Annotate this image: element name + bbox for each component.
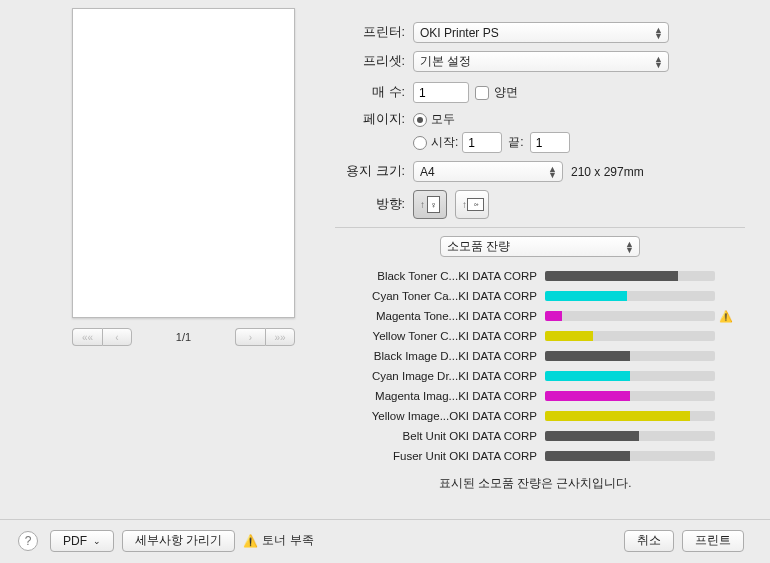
pages-range-radio[interactable] [413, 136, 427, 150]
arrow-up-icon: ↑ [420, 199, 425, 210]
supply-label: Yellow Image...OKI DATA CORP [335, 410, 545, 422]
separator [335, 227, 745, 228]
low-toner-label: 토너 부족 [262, 532, 313, 549]
help-button[interactable]: ? [18, 531, 38, 551]
supply-bar [545, 271, 715, 281]
pages-label: 페이지: [335, 111, 405, 128]
supply-label: Magenta Imag...KI DATA CORP [335, 390, 545, 402]
updown-icon: ▲▼ [548, 166, 556, 178]
person-portrait-icon: ♀ [427, 196, 440, 213]
updown-icon: ▲▼ [654, 27, 662, 39]
orient-label: 방향: [335, 196, 405, 213]
supply-row: Black Toner C...KI DATA CORP [335, 266, 735, 286]
supply-bar [545, 411, 715, 421]
panel-section-select[interactable]: 소모품 잔량 ▲▼ [440, 236, 640, 257]
hide-details-button[interactable]: 세부사항 가리기 [122, 530, 235, 552]
orientation-portrait-button[interactable]: ↑ ♀ [413, 190, 447, 219]
preview-pager: «« ‹ 1/1 › »» [72, 328, 295, 346]
supply-row: Cyan Image Dr...KI DATA CORP [335, 366, 735, 386]
preset-select[interactable]: 기본 설정 ▲▼ [413, 51, 669, 72]
dialog-footer: ? PDF ⌄ 세부사항 가리기 ⚠️ 토너 부족 취소 프린트 [0, 519, 770, 551]
supply-bar [545, 431, 715, 441]
preset-select-value: 기본 설정 [420, 53, 471, 70]
supply-row: Magenta Tone...KI DATA CORP⚠️ [335, 306, 735, 326]
supply-label: Black Toner C...KI DATA CORP [335, 270, 545, 282]
last-page-button[interactable]: »» [265, 328, 295, 346]
supply-label: Cyan Image Dr...KI DATA CORP [335, 370, 545, 382]
chevron-down-icon: ⌄ [93, 536, 101, 546]
supply-row: Fuser Unit OKI DATA CORP [335, 446, 735, 466]
updown-icon: ▲▼ [654, 56, 662, 68]
warning-icon: ⚠️ [243, 534, 258, 548]
orientation-landscape-button[interactable]: ↑ ♀ [455, 190, 489, 219]
supply-row: Yellow Image...OKI DATA CORP [335, 406, 735, 426]
supply-label: Belt Unit OKI DATA CORP [335, 430, 545, 442]
supply-row: Magenta Imag...KI DATA CORP [335, 386, 735, 406]
person-landscape-icon: ♀ [467, 198, 484, 211]
pages-all-label: 모두 [431, 111, 455, 128]
pages-from-label: 시작: [431, 134, 458, 151]
supply-bar [545, 391, 715, 401]
prev-page-button[interactable]: ‹ [102, 328, 132, 346]
preset-label: 프리셋: [335, 53, 405, 70]
supply-row: Yellow Toner C...KI DATA CORP [335, 326, 735, 346]
next-page-button[interactable]: › [235, 328, 265, 346]
twosided-label: 양면 [494, 84, 518, 101]
supply-bar [545, 331, 715, 341]
paper-size-value: A4 [420, 165, 435, 179]
pdf-label: PDF [63, 534, 87, 548]
paper-dimensions: 210 x 297mm [571, 165, 644, 179]
paper-size-select[interactable]: A4 ▲▼ [413, 161, 563, 182]
supply-label: Yellow Toner C...KI DATA CORP [335, 330, 545, 342]
print-dialog: «« ‹ 1/1 › »» 프린터: OKI Printer PS ▲▼ 프리셋… [0, 0, 770, 563]
supply-row: Cyan Toner Ca...KI DATA CORP [335, 286, 735, 306]
copies-input[interactable] [413, 82, 469, 103]
supply-bar [545, 311, 715, 321]
updown-icon: ▲▼ [625, 241, 633, 253]
pages-to-label: 끝: [508, 134, 523, 151]
pages-to-input[interactable] [530, 132, 570, 153]
print-preview [72, 8, 295, 318]
cancel-button[interactable]: 취소 [624, 530, 674, 552]
supplies-note: 표시된 소모품 잔량은 근사치입니다. [335, 476, 735, 491]
supply-bar [545, 371, 715, 381]
printer-label: 프린터: [335, 24, 405, 41]
supply-label: Magenta Tone...KI DATA CORP [335, 310, 545, 322]
warning-icon: ⚠️ [719, 310, 733, 323]
pages-all-radio[interactable] [413, 113, 427, 127]
twosided-checkbox[interactable] [475, 86, 489, 100]
print-button[interactable]: 프린트 [682, 530, 744, 552]
printer-select-value: OKI Printer PS [420, 26, 499, 40]
panel-section-value: 소모품 잔량 [447, 238, 510, 255]
supply-bar [545, 291, 715, 301]
print-options-form: 프린터: OKI Printer PS ▲▼ 프리셋: 기본 설정 ▲▼ 매 수… [335, 22, 745, 265]
supplies-panel: Black Toner C...KI DATA CORPCyan Toner C… [335, 266, 735, 491]
paper-label: 용지 크기: [335, 163, 405, 180]
supply-bar [545, 451, 715, 461]
copies-label: 매 수: [335, 84, 405, 101]
supply-label: Black Image D...KI DATA CORP [335, 350, 545, 362]
supply-bar [545, 351, 715, 361]
supply-row: Black Image D...KI DATA CORP [335, 346, 735, 366]
page-indicator: 1/1 [176, 331, 191, 343]
supply-label: Fuser Unit OKI DATA CORP [335, 450, 545, 462]
first-page-button[interactable]: «« [72, 328, 102, 346]
pages-from-input[interactable] [462, 132, 502, 153]
pdf-menu-button[interactable]: PDF ⌄ [50, 530, 114, 552]
printer-select[interactable]: OKI Printer PS ▲▼ [413, 22, 669, 43]
supply-row: Belt Unit OKI DATA CORP [335, 426, 735, 446]
supply-label: Cyan Toner Ca...KI DATA CORP [335, 290, 545, 302]
